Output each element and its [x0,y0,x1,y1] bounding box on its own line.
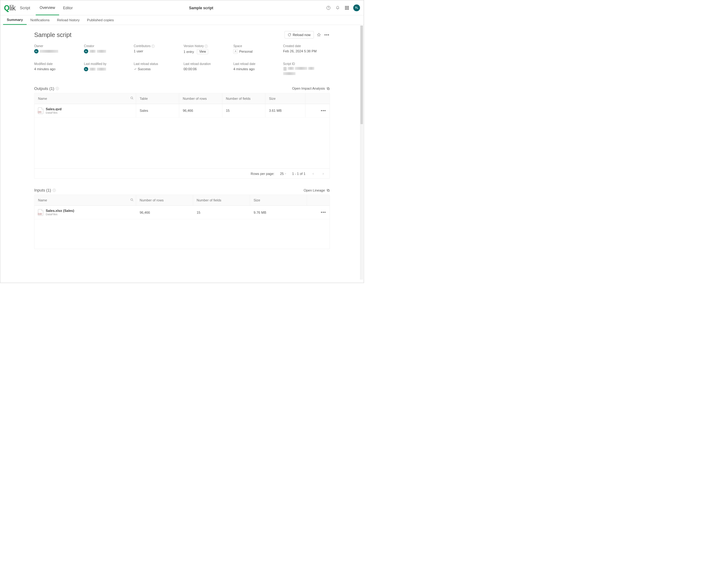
qlik-logo[interactable]: Qlik [4,4,16,12]
tab-summary[interactable]: Summary [3,15,26,25]
lastmodby-avatar: TL [84,67,88,71]
input-size: 9.76 MB [250,206,307,219]
open-lineage-label: Open Lineage [304,188,325,192]
meta-last-modified-by: Last modified by TL [84,62,131,75]
external-icon [326,87,330,90]
col-size[interactable]: Size [250,195,307,206]
rows-per-page-select[interactable]: 25 [280,172,286,176]
bell-icon[interactable] [335,5,341,11]
meta-version: Version historyi 1 entry View [184,44,230,54]
breadcrumb-script[interactable]: Script [20,6,30,10]
scriptid-redacted [283,72,295,75]
meta-space: Space Personal [233,44,280,54]
col-name-label[interactable]: Name [38,198,47,202]
meta-lastmodby-label: Last modified by [84,62,131,66]
scriptid-redacted [308,67,314,70]
chevron-down-icon [284,172,286,175]
view-version-button[interactable]: View [197,49,208,55]
tab-overview[interactable]: Overview [36,0,59,15]
next-page-icon: › [321,171,325,176]
col-rows[interactable]: Number of rows [136,195,193,206]
meta-contributors-label: Contributors [134,44,150,48]
check-icon [134,68,136,71]
meta-created: Created date Feb 26, 2024 5:38 PM [283,44,330,54]
col-size[interactable]: Size [265,93,305,104]
meta-space-value: Personal [239,50,253,54]
col-rows[interactable]: Number of rows [179,93,222,104]
owner-avatar: TL [34,49,38,54]
open-lineage-link[interactable]: Open Lineage [304,188,330,192]
rows-per-page-label: Rows per page: [251,172,274,176]
inputs-title: Inputs (1) [34,188,51,193]
inputs-thead: Name Number of rows Number of fields Siz… [34,195,330,206]
meta-lastreloaddate-value: 4 minutes ago [233,67,280,71]
meta-scriptid-label: Script ID [283,62,330,66]
info-icon[interactable]: i [152,45,155,48]
table-row[interactable]: XLSX Sales.xlsx (Sales) DataFiles 96,466… [34,206,330,219]
info-icon[interactable]: i [53,189,56,192]
col-name-label[interactable]: Name [38,96,47,100]
meta-created-label: Created date [283,44,330,48]
info-icon[interactable]: i [205,45,208,48]
row-more-icon[interactable]: ••• [321,108,326,113]
svg-point-2 [235,51,236,51]
row-more-icon[interactable]: ••• [321,210,326,215]
owner-name-redacted [40,50,58,53]
col-fields[interactable]: Number of fields [222,93,265,104]
output-table: Sales [136,104,179,118]
header-title: Sample script [77,6,326,10]
inputs-header: Inputs (1) i Open Lineage [34,188,330,193]
svg-point-1 [328,9,329,9]
external-icon [326,188,330,192]
favorite-star-icon[interactable] [316,32,322,38]
creator-name-redacted-1 [90,50,96,53]
page-title: Sample script [34,31,285,38]
help-icon[interactable] [326,5,331,11]
tab-notifications[interactable]: Notifications [26,15,53,25]
meta-contributors-value: 1 user [134,49,180,53]
page-header: Sample script Reload now ••• [34,31,330,38]
meta-owner: Owner TL [34,44,81,54]
output-file-sub: DataFiles [46,111,62,115]
info-icon[interactable]: i [56,87,59,90]
input-fields: 15 [193,206,250,219]
meta-last-reload-status: Last reload status Success [134,62,180,75]
output-file-name: Sales.qvd [46,107,62,111]
content-area: Sample script Reload now ••• Owner TL [0,25,364,283]
app-launcher-icon[interactable] [344,5,350,11]
meta-lastreloadstatus-value: Success [138,67,151,71]
tab-published-copies[interactable]: Published copies [83,15,118,25]
reload-now-label: Reload now [293,33,310,37]
meta-last-reload-date: Last reload date 4 minutes ago [233,62,280,75]
svg-point-5 [131,97,132,99]
search-icon[interactable] [130,96,134,101]
outputs-table: Name Table Number of rows Number of fiel… [34,93,330,179]
more-actions-icon[interactable]: ••• [324,32,330,38]
outputs-thead: Name Table Number of rows Number of fiel… [34,93,330,104]
top-bar: Qlik Script Overview Editor Sample scrip… [0,0,364,15]
table-row[interactable]: QVD Sales.qvd DataFiles Sales 96,466 15 … [34,104,330,118]
input-file-sub: DataFiles [46,213,74,216]
open-impact-analysis-link[interactable]: Open Impact Analysis [292,87,330,91]
col-fields[interactable]: Number of fields [193,195,250,206]
scriptid-redacted [283,67,287,71]
tab-editor[interactable]: Editor [59,0,77,15]
user-avatar[interactable]: TL [353,4,360,11]
tab-reload-history[interactable]: Reload history [53,15,83,25]
input-rows: 96,466 [136,206,193,219]
page-scrollbar[interactable] [360,26,363,280]
scriptid-redacted [295,67,307,70]
meta-creator-label: Creator [84,44,131,48]
input-file-name: Sales.xlsx (Sales) [46,209,74,213]
meta-version-value: 1 entry [184,50,194,54]
meta-lastreloaddate-label: Last reload date [233,62,280,66]
reload-now-button[interactable]: Reload now [285,31,314,38]
page-tabs: Summary Notifications Reload history Pub… [0,15,364,25]
top-right-icons: TL [326,4,360,11]
meta-grid: Owner TL Creator TL Contributorsi 1 user [34,44,330,75]
creator-avatar: TL [84,49,88,54]
xlsx-file-icon: XLSX [38,209,43,216]
col-table[interactable]: Table [136,93,179,104]
logo-rest: lik [9,4,15,12]
search-icon[interactable] [130,198,134,202]
